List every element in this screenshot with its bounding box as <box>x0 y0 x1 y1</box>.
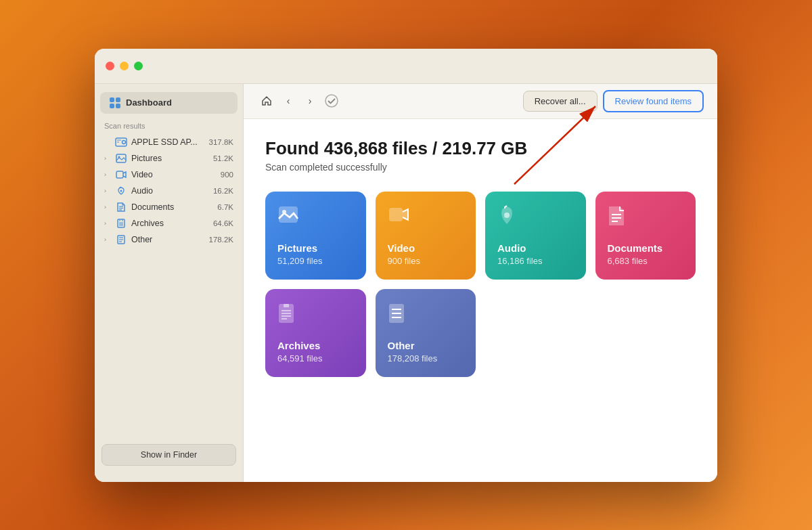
sidebar-item-label: Archives <box>131 219 209 228</box>
sidebar-item-count: 900 <box>221 171 233 179</box>
chevron-icon: › <box>104 171 111 178</box>
video-card-name: Video <box>388 242 464 254</box>
pictures-card-icon <box>277 205 354 240</box>
documents-card-count: 6,683 files <box>608 256 684 266</box>
sidebar-item-documents[interactable]: › Documents 6.7K <box>95 199 243 215</box>
sidebar-item-count: 64.6K <box>213 219 233 227</box>
sidebar-item-label: Documents <box>131 202 213 212</box>
svg-rect-30 <box>284 304 289 307</box>
other-card-name: Other <box>388 340 464 351</box>
video-card[interactable]: Video 900 files <box>376 192 476 280</box>
video-card-icon <box>388 205 464 240</box>
home-button[interactable] <box>257 91 276 110</box>
video-card-count: 900 files <box>388 256 464 266</box>
sidebar-item-count: 16.2K <box>213 187 233 195</box>
traffic-lights <box>106 62 143 70</box>
hdd-icon <box>115 137 127 147</box>
sidebar-item-apple-ssd[interactable]: APPLE SSD AP... 317.8K <box>95 134 243 150</box>
chevron-icon: › <box>104 155 111 162</box>
sidebar-footer: Show in Finder <box>95 436 243 474</box>
sidebar-item-video[interactable]: › Video 900 <box>95 167 243 183</box>
archives-card-count: 64,591 files <box>277 353 354 363</box>
svg-point-1 <box>122 140 126 143</box>
sidebar-item-label: Video <box>131 170 217 179</box>
content-body: Found 436,868 files / 219.77 GB Scan com… <box>244 119 717 482</box>
sidebar-item-dashboard[interactable]: Dashboard <box>100 92 238 114</box>
documents-card[interactable]: Documents 6,683 files <box>595 192 696 280</box>
archives-card-name: Archives <box>277 340 354 351</box>
audio-card-icon <box>497 205 574 242</box>
titlebar <box>95 49 717 84</box>
sidebar-item-count: 317.8K <box>209 138 233 146</box>
back-button[interactable]: ‹ <box>279 91 298 110</box>
audio-icon <box>115 186 127 196</box>
sidebar-item-count: 51.2K <box>213 154 233 162</box>
audio-card-count: 16,186 files <box>497 256 574 266</box>
svg-point-21 <box>325 95 338 107</box>
pictures-icon <box>115 154 127 163</box>
documents-card-name: Documents <box>608 242 684 254</box>
chevron-icon: › <box>104 187 111 194</box>
sidebar-item-count: 178.2K <box>209 236 233 244</box>
documents-icon <box>115 202 127 212</box>
sidebar-item-label: Pictures <box>131 154 209 163</box>
video-icon <box>115 170 127 179</box>
chevron-icon: › <box>104 204 111 211</box>
found-files-title: Found 436,868 files / 219.77 GB <box>265 138 696 159</box>
dashboard-grid-icon <box>110 97 120 108</box>
svg-rect-13 <box>122 219 123 221</box>
sidebar-item-audio[interactable]: › Audio 16.2K <box>95 183 243 199</box>
archives-icon <box>115 219 127 228</box>
dashboard-label: Dashboard <box>126 97 172 108</box>
main-window: Dashboard Scan results APPLE SSD A <box>95 49 717 482</box>
minimize-button[interactable] <box>120 62 129 70</box>
pictures-card-count: 51,209 files <box>277 256 354 266</box>
pictures-card-name: Pictures <box>277 242 354 254</box>
svg-rect-6 <box>116 171 123 178</box>
svg-point-7 <box>120 190 122 192</box>
sidebar: Dashboard Scan results APPLE SSD A <box>95 84 244 482</box>
main-layout: Dashboard Scan results APPLE SSD A <box>95 84 717 482</box>
sidebar-item-archives[interactable]: › Archives 64.6K <box>95 215 243 231</box>
other-card-count: 178,208 files <box>388 353 464 363</box>
sidebar-item-label: Audio <box>131 186 209 196</box>
archives-card-icon <box>277 303 354 340</box>
sidebar-item-label: Other <box>131 235 205 244</box>
content-area: ‹ › Recover all... Review found items <box>244 84 717 482</box>
svg-rect-11 <box>118 219 125 227</box>
scan-status-text: Scan completed successfully <box>265 162 696 173</box>
other-card-icon <box>388 303 464 340</box>
sidebar-item-count: 6.7K <box>217 203 233 211</box>
toolbar: ‹ › Recover all... Review found items <box>244 84 717 119</box>
audio-card-name: Audio <box>497 242 574 254</box>
scan-results-label: Scan results <box>95 122 243 130</box>
archives-card[interactable]: Archives 64,591 files <box>265 289 366 377</box>
other-card[interactable]: Other 178,208 files <box>376 289 476 377</box>
documents-card-icon <box>608 205 684 242</box>
chevron-icon: › <box>104 220 111 227</box>
svg-point-25 <box>504 213 510 218</box>
sidebar-item-pictures[interactable]: › Pictures 51.2K <box>95 150 243 167</box>
check-button[interactable] <box>322 91 341 110</box>
category-cards-row2: Archives 64,591 files <box>265 289 696 377</box>
chevron-icon: › <box>104 236 111 243</box>
maximize-button[interactable] <box>134 62 143 70</box>
show-in-finder-button[interactable]: Show in Finder <box>102 444 236 466</box>
sidebar-item-other[interactable]: › Other 178.2K <box>95 231 243 248</box>
pictures-card[interactable]: Pictures 51,209 files <box>265 192 366 280</box>
nav-buttons: ‹ › <box>257 91 341 110</box>
svg-rect-24 <box>389 208 403 221</box>
recover-all-button[interactable]: Recover all... <box>523 91 597 112</box>
review-found-items-button[interactable]: Review found items <box>603 90 704 112</box>
audio-card[interactable]: Audio 16,186 files <box>485 192 586 280</box>
close-button[interactable] <box>106 62 114 70</box>
category-cards-row1: Pictures 51,209 files Video 9 <box>265 192 696 280</box>
other-icon <box>115 235 127 244</box>
forward-button[interactable]: › <box>300 91 319 110</box>
svg-rect-12 <box>119 219 120 221</box>
sidebar-item-label: APPLE SSD AP... <box>131 137 205 147</box>
